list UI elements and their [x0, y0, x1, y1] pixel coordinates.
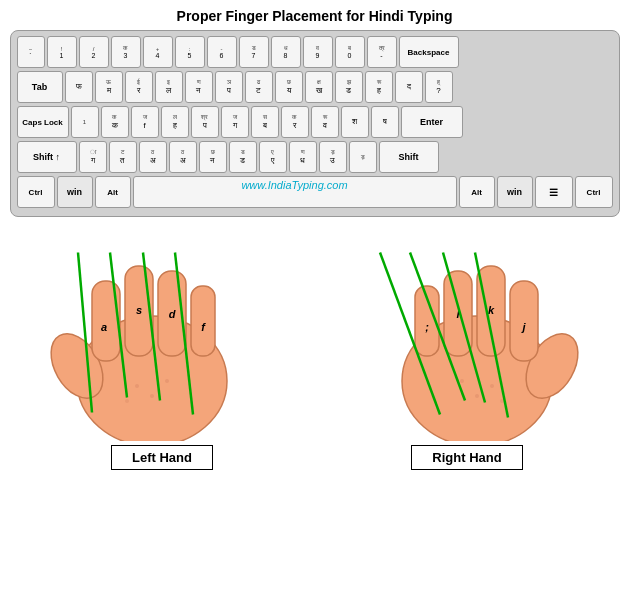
key-quote[interactable]: ष — [371, 106, 399, 138]
main-container: Proper Finger Placement for Hindi Typing… — [0, 0, 629, 594]
right-hand-image: j k l ; — [327, 221, 607, 441]
key-h[interactable]: जग — [221, 106, 249, 138]
svg-point-11 — [150, 394, 154, 398]
key-1[interactable]: !1 — [47, 36, 77, 68]
key-win-right[interactable]: win — [497, 176, 533, 208]
keyboard-row-1: Tab फ ऊम ईर इल णन ञप ढट छय क्षख झड रूह द… — [17, 71, 613, 103]
key-bracket-l[interactable]: रूह — [365, 71, 393, 103]
key-backtick[interactable]: ~` — [17, 36, 45, 68]
svg-text:;: ; — [425, 321, 429, 333]
key-ctrl-left[interactable]: Ctrl — [17, 176, 55, 208]
key-menu[interactable]: ☰ — [535, 176, 573, 208]
key-period[interactable]: ड़उ — [319, 141, 347, 173]
svg-point-25 — [475, 394, 479, 398]
key-y[interactable]: ञप — [215, 71, 243, 103]
key-p[interactable]: झड — [335, 71, 363, 103]
key-backspace[interactable]: Backspace — [399, 36, 459, 68]
key-shift-left[interactable]: Shift ↑ — [17, 141, 77, 173]
key-8[interactable]: ध8 — [271, 36, 301, 68]
key-j[interactable]: सब — [251, 106, 279, 138]
key-c[interactable]: ठअ — [139, 141, 167, 173]
key-q[interactable]: फ — [65, 71, 93, 103]
key-e[interactable]: ईर — [125, 71, 153, 103]
key-semicolon[interactable]: श — [341, 106, 369, 138]
key-capslock[interactable]: Caps Lock — [17, 106, 69, 138]
key-x[interactable]: टत — [109, 141, 137, 173]
key-alt-left[interactable]: Alt — [95, 176, 131, 208]
svg-point-24 — [490, 384, 494, 388]
key-alt-right[interactable]: Alt — [459, 176, 495, 208]
key-t[interactable]: णन — [185, 71, 213, 103]
key-shift-right[interactable]: Shift — [379, 141, 439, 173]
left-hand-container: a s d f Left Hand — [10, 221, 315, 594]
key-ctrl-right[interactable]: Ctrl — [575, 176, 613, 208]
key-4[interactable]: +4 — [143, 36, 173, 68]
svg-text:d: d — [169, 308, 176, 320]
key-9[interactable]: व9 — [303, 36, 333, 68]
key-6[interactable]: -6 — [207, 36, 237, 68]
keyboard-row-4: Ctrl win Alt www.IndiaTyping.com Alt win… — [17, 176, 613, 208]
svg-point-13 — [125, 399, 129, 403]
left-hand-label: Left Hand — [111, 445, 213, 470]
svg-point-10 — [135, 384, 139, 388]
key-g[interactable]: श्रप — [191, 106, 219, 138]
page-title: Proper Finger Placement for Hindi Typing — [177, 8, 453, 24]
key-backslash[interactable]: ह्? — [425, 71, 453, 103]
key-m[interactable]: एए — [259, 141, 287, 173]
key-2[interactable]: /2 — [79, 36, 109, 68]
left-hand-image: a s d f — [22, 221, 302, 441]
website-label: www.IndiaTyping.com — [241, 179, 347, 191]
key-d[interactable]: जf — [131, 106, 159, 138]
key-w[interactable]: ऊम — [95, 71, 123, 103]
svg-point-12 — [165, 379, 169, 383]
key-3[interactable]: क3 — [111, 36, 141, 68]
key-b[interactable]: छन — [199, 141, 227, 173]
right-hand-label: Right Hand — [411, 445, 522, 470]
key-5[interactable]: :5 — [175, 36, 205, 68]
key-z[interactable]: ाग — [79, 141, 107, 173]
keyboard-row-3: Shift ↑ ाग टत ठअ ठअ छन डड एए णध ड़उ ड़ S… — [17, 141, 613, 173]
key-7[interactable]: ड7 — [239, 36, 269, 68]
svg-point-26 — [460, 379, 464, 383]
right-hand-container: j k l ; Right Hand — [315, 221, 620, 594]
key-u[interactable]: ढट — [245, 71, 273, 103]
hands-area: a s d f Left Hand — [10, 221, 620, 594]
key-space[interactable]: www.IndiaTyping.com — [133, 176, 457, 208]
key-f[interactable]: लह — [161, 106, 189, 138]
keyboard: ~` !1 /2 क3 +4 :5 -6 ड7 ध8 व9 ब0 त्र- Ba… — [10, 30, 620, 217]
key-s[interactable]: कक — [101, 106, 129, 138]
key-r[interactable]: इल — [155, 71, 183, 103]
key-0[interactable]: ब0 — [335, 36, 365, 68]
svg-text:k: k — [488, 304, 495, 316]
key-k[interactable]: कर — [281, 106, 309, 138]
key-tab[interactable]: Tab — [17, 71, 63, 103]
key-enter[interactable]: Enter — [401, 106, 463, 138]
key-a[interactable]: 1 — [71, 106, 99, 138]
key-n[interactable]: डड — [229, 141, 257, 173]
key-slash[interactable]: ड़ — [349, 141, 377, 173]
key-l[interactable]: रूव — [311, 106, 339, 138]
svg-text:s: s — [136, 304, 142, 316]
key-i[interactable]: छय — [275, 71, 303, 103]
keyboard-row-2: Caps Lock 1 कक जf लह श्रप जग सब कर रूव श… — [17, 106, 613, 138]
key-bracket-r[interactable]: द — [395, 71, 423, 103]
svg-point-27 — [500, 399, 504, 403]
key-win-left[interactable]: win — [57, 176, 93, 208]
key-comma[interactable]: णध — [289, 141, 317, 173]
keyboard-row-0: ~` !1 /2 क3 +4 :5 -6 ड7 ध8 व9 ब0 त्र- Ba… — [17, 36, 613, 68]
key-minus[interactable]: त्र- — [367, 36, 397, 68]
key-v[interactable]: ठअ — [169, 141, 197, 173]
svg-text:a: a — [101, 321, 107, 333]
key-o[interactable]: क्षख — [305, 71, 333, 103]
